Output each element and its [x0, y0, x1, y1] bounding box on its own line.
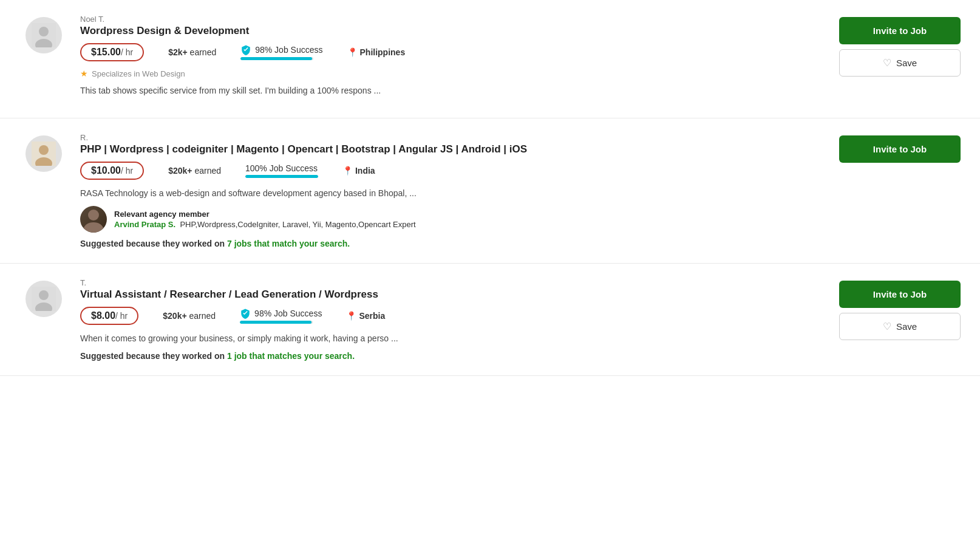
agency-avatar	[80, 206, 107, 233]
location-pin-icon: 📍	[347, 47, 358, 57]
specialization-text: Specializes in Web Design	[92, 69, 185, 78]
rate-unit: / hr	[121, 166, 133, 176]
svg-point-9	[39, 290, 49, 300]
specialization: ★ Specializes in Web Design	[80, 69, 825, 78]
job-success-label: 98% Job Success	[254, 309, 322, 318]
agency-member-name: Arvind Pratap S.	[114, 220, 175, 229]
agency-member-skills: PHP,Wordpress,CodeIgniter, Laravel, Yii,…	[178, 220, 416, 229]
invite-to-job-button[interactable]: Invite to Job	[839, 17, 961, 44]
svg-point-1	[39, 27, 49, 36]
freelancer-title: PHP | Wordpress | codeigniter | Magento …	[80, 143, 825, 155]
svg-point-4	[39, 145, 49, 155]
location-pin-icon: 📍	[346, 311, 356, 321]
heart-icon: ♡	[883, 321, 891, 332]
rate-unit: / hr	[115, 311, 128, 321]
freelancer-card: R. PHP | Wordpress | codeigniter | Magen…	[0, 118, 980, 264]
save-button[interactable]: ♡ Save	[839, 49, 961, 77]
description: When it comes to growing your business, …	[80, 332, 825, 345]
avatar-area	[19, 278, 68, 317]
stats-row: $8.00/ hr $20k+ earned 98% Job Success	[80, 307, 825, 325]
rate-value: $15.00	[91, 47, 121, 57]
freelancer-list: Noel T. Wordpress Design & Development $…	[0, 0, 980, 376]
job-success-label: 98% Job Success	[255, 45, 322, 55]
location-name: Serbia	[359, 311, 385, 321]
rate-badge: $8.00/ hr	[80, 307, 138, 325]
agency-member: Relevant agency member Arvind Pratap S. …	[80, 206, 825, 233]
rate-badge: $10.00/ hr	[80, 162, 144, 180]
star-icon: ★	[80, 69, 88, 78]
agency-info: Relevant agency member Arvind Pratap S. …	[114, 210, 416, 229]
earned: $20k+ earned	[163, 311, 216, 321]
job-success: 98% Job Success	[240, 308, 322, 324]
freelancer-title: Wordpress Design & Development	[80, 25, 825, 37]
progress-bar-fill	[240, 321, 311, 324]
avatar	[26, 17, 62, 53]
suggested-link: 7 jobs that match your search.	[227, 239, 350, 248]
freelancer-card: Noel T. Wordpress Design & Development $…	[0, 0, 980, 118]
stats-row: $10.00/ hr $20k+ earned 100% Job Success…	[80, 162, 825, 180]
earned-amount: $20k+	[163, 311, 186, 321]
svg-point-7	[84, 222, 103, 233]
suggested-text: Suggested because they worked on 1 job t…	[80, 351, 825, 361]
location-pin-icon: 📍	[342, 166, 353, 176]
save-label: Save	[896, 321, 917, 332]
location-name: Philippines	[360, 47, 406, 57]
freelancer-name: Noel T.	[80, 15, 825, 24]
earned: $20k+ earned	[168, 166, 221, 176]
suggested-link: 1 job that matches your search.	[227, 351, 355, 361]
location: 📍 Philippines	[347, 47, 406, 57]
progress-bar	[245, 175, 318, 178]
shield-icon	[240, 44, 251, 55]
location: 📍 India	[342, 166, 375, 176]
invite-to-job-button[interactable]: Invite to Job	[839, 281, 961, 308]
location: 📍 Serbia	[346, 311, 385, 321]
save-button[interactable]: ♡ Save	[839, 313, 961, 340]
freelancer-title: Virtual Assistant / Researcher / Lead Ge…	[80, 289, 825, 301]
job-success: 100% Job Success	[245, 163, 318, 178]
freelancer-card: T. Virtual Assistant / Researcher / Lead…	[0, 264, 980, 376]
rate-unit: / hr	[121, 47, 133, 57]
job-success: 98% Job Success	[240, 44, 322, 60]
card-main: T. Virtual Assistant / Researcher / Lead…	[80, 278, 825, 361]
stats-row: $15.00/ hr $2k+ earned 98% Job Success	[80, 43, 825, 61]
avatar	[26, 281, 62, 317]
card-actions: Invite to Job ♡ Save	[839, 278, 961, 340]
heart-icon: ♡	[883, 57, 891, 69]
description: RASA Technology is a web-design and soft…	[80, 187, 825, 200]
agency-label: Relevant agency member	[114, 210, 416, 219]
svg-point-6	[88, 210, 99, 220]
progress-bar	[240, 321, 313, 324]
progress-bar-fill	[240, 57, 312, 60]
agency-member-details: Arvind Pratap S. PHP,Wordpress,CodeIgnit…	[114, 220, 416, 229]
rate-value: $10.00	[91, 165, 121, 176]
card-main: R. PHP | Wordpress | codeigniter | Magen…	[80, 133, 825, 248]
location-name: India	[355, 166, 375, 176]
freelancer-name: R.	[80, 133, 825, 142]
rate-badge: $15.00/ hr	[80, 43, 144, 61]
suggested-text: Suggested because they worked on 7 jobs …	[80, 239, 825, 248]
invite-to-job-button[interactable]: Invite to Job	[839, 135, 961, 163]
card-actions: Invite to Job	[839, 133, 961, 163]
description: This tab shows specific service from my …	[80, 84, 825, 97]
rate-value: $8.00	[91, 310, 115, 321]
earned-amount: $2k+	[168, 47, 188, 57]
card-actions: Invite to Job ♡ Save	[839, 15, 961, 77]
save-label: Save	[896, 58, 917, 68]
avatar-area	[19, 133, 68, 172]
progress-bar	[240, 57, 313, 60]
avatar-area	[19, 15, 68, 53]
earned: $2k+ earned	[168, 47, 216, 57]
job-success-label: 100% Job Success	[245, 163, 318, 173]
progress-bar-fill	[245, 175, 318, 178]
card-main: Noel T. Wordpress Design & Development $…	[80, 15, 825, 103]
freelancer-name: T.	[80, 278, 825, 287]
avatar	[26, 135, 62, 172]
shield-icon	[240, 308, 251, 319]
earned-amount: $20k+	[168, 166, 192, 176]
